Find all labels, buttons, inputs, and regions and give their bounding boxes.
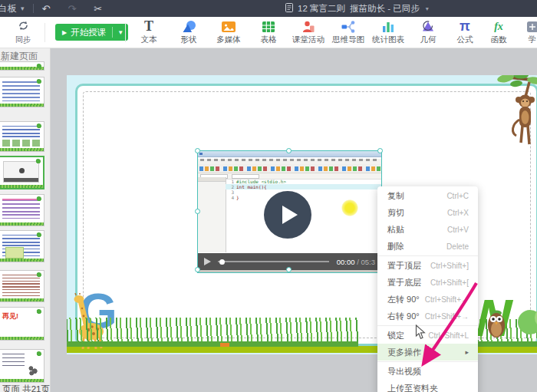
app-menu-caret-icon[interactable]: ▾ (21, 5, 25, 12)
context-menu-item-shortcut: Ctrl+V (447, 226, 469, 234)
mindmap-icon (328, 18, 368, 35)
decor-monkey (481, 75, 537, 150)
decor-owl (485, 305, 508, 339)
slide-thumbnail[interactable] (0, 156, 44, 189)
toolbar-tool-label: 多媒体 (209, 35, 249, 45)
function-icon: fx (482, 18, 516, 35)
video-progress-handle[interactable] (219, 259, 225, 265)
context-menu-item[interactable]: 置于顶层 Ctrl+Shift+] (377, 257, 478, 274)
slide-thumbnail-content: 再见! (2, 311, 40, 334)
start-class-dropdown-icon[interactable]: ▼ (117, 29, 124, 36)
toolbar-tool-label: 函数 (482, 35, 516, 45)
toolbar-tool[interactable]: π 公式 (448, 18, 482, 48)
selection-handle-bottom-left[interactable] (195, 267, 200, 272)
sync-button[interactable]: 同步 (5, 19, 41, 45)
chart-icon (368, 18, 408, 35)
play-icon: ▶ (62, 29, 67, 36)
context-menu-item[interactable]: 剪切 Ctrl+X (377, 204, 478, 221)
cut-icon[interactable]: ✂ (94, 4, 102, 14)
toolbar-tool[interactable]: T 文本 (129, 18, 169, 48)
selection-handle-top-right[interactable] (377, 148, 383, 153)
toolbar-tool-label: 形状 (169, 35, 209, 45)
titlebar-divider (33, 4, 34, 13)
toolbar-tool[interactable]: 几何 (408, 18, 448, 48)
app-window: 白板 ▾ ↶ ↷ ✂ 12 寓言二则 揠苗助长 - 已同步 ▾ 同步 ▶ 开始授… (0, 0, 537, 392)
context-menu-item[interactable]: 左转 90° Ctrl+Shift+← (377, 291, 478, 308)
play-triangle-icon (282, 206, 298, 224)
video-player[interactable]: 1 #include <stdio.h> 2 int main(){ 3 4 }… (198, 151, 381, 272)
media-icon (209, 18, 249, 35)
context-menu-item-shortcut: Delete (446, 242, 469, 251)
context-menu-item[interactable]: 置于底层 Ctrl+Shift+[ (377, 274, 478, 291)
slide-thumbnail[interactable] (0, 77, 44, 107)
document-label: 12 寓言二则 (298, 3, 345, 15)
toolbar-tool[interactable]: 形状 (169, 18, 209, 48)
main-toolbar: 同步 ▶ 开始授课 ▼ T 文本 形状 多媒体 表格 课堂活动 思维导图 统计图… (0, 17, 537, 48)
context-menu-item[interactable]: 右转 90° Ctrl+Shift+→ (377, 308, 478, 324)
video-play-icon[interactable] (204, 258, 211, 265)
slide-thumbnail[interactable] (0, 194, 44, 226)
sync-status-caret-icon[interactable]: ▾ (426, 5, 429, 12)
toolbar-tool[interactable]: 表格 (249, 18, 288, 48)
video-progress-bar[interactable] (218, 261, 329, 262)
context-menu-item-label: 删除 (387, 241, 404, 252)
slide-thumbnail[interactable] (0, 61, 44, 71)
context-menu-item[interactable]: 删除 Delete (377, 238, 478, 255)
selection-handle-top-left[interactable] (195, 148, 200, 153)
toolbar-tool[interactable]: 多媒体 (209, 18, 249, 48)
app-name[interactable]: 白板 (0, 2, 18, 15)
start-class-button[interactable]: ▶ 开始授课 ▼ (55, 24, 128, 41)
video-frame-ide-sidepanel (198, 177, 226, 252)
selection-handle-bottom-mid[interactable] (286, 267, 292, 272)
toolbar-tool[interactable]: fx 函数 (482, 18, 516, 48)
text-icon: T (129, 18, 169, 35)
slide-thumbnail[interactable] (0, 121, 44, 152)
video-play-button[interactable] (264, 191, 311, 239)
toolbar-tool-label: 表格 (249, 35, 288, 45)
context-menu-item-shortcut: Ctrl+Shift+[ (430, 278, 469, 287)
slide-thumbnail[interactable] (0, 349, 44, 383)
context-menu: 复制 Ctrl+C 剪切 Ctrl+X 粘贴 Ctrl+V 删除 Delete … (377, 186, 478, 392)
context-menu-item-label: 锁定 (387, 330, 404, 341)
slide-thumbnail[interactable]: 再见! (0, 307, 44, 341)
highlight-dot (341, 199, 358, 216)
slide-thumbnail-content (2, 199, 40, 220)
toolbar-tool-label: 学 (516, 35, 537, 45)
button-divider (112, 27, 113, 38)
slide-thumbnail-content (2, 235, 40, 256)
code-line: 3 (226, 189, 381, 195)
toolbar-tool-label: 思维导图 (328, 35, 368, 45)
code-line: 1 #include <stdio.h> (226, 179, 381, 184)
formula-icon: π (448, 18, 482, 35)
context-menu-item-label: 上传至资料夹 (387, 383, 438, 392)
slide-thumbnail[interactable] (0, 270, 44, 302)
undo-icon[interactable]: ↶ (42, 4, 51, 14)
shapes-icon (169, 18, 209, 35)
context-menu-item[interactable]: 锁定 Ctrl+Shift+L (377, 327, 478, 344)
toolbar-divider (125, 23, 126, 42)
context-menu-item[interactable]: 更多操作 ▸ (377, 344, 478, 361)
toolbar-tool[interactable]: 统计图表 (368, 18, 408, 48)
selection-handle-mid-left[interactable] (195, 209, 200, 214)
context-menu-item[interactable]: 上传至资料夹 (377, 380, 478, 392)
selection-handle-top-mid[interactable] (286, 148, 292, 153)
slide-thumbnail-content (3, 161, 39, 183)
sync-icon (5, 19, 41, 35)
context-menu-separator (377, 361, 478, 362)
toolbar-tool[interactable]: 学 (516, 18, 537, 48)
toolbar-tool[interactable]: 思维导图 (328, 18, 368, 48)
toolbar-tool[interactable]: 课堂活动 (288, 18, 328, 48)
context-menu-item[interactable]: 导出视频 (377, 363, 478, 380)
new-page-button[interactable]: 新建页面 (0, 48, 50, 63)
toolbar-divider (44, 23, 45, 42)
context-menu-item-shortcut: Ctrl+Shift+L (428, 331, 469, 340)
thumbnail-list: 再见! (0, 61, 50, 383)
context-menu-item-shortcut: Ctrl+Shift+← (425, 295, 469, 304)
slide-thumbnail-content (2, 81, 40, 101)
context-menu-item[interactable]: 复制 Ctrl+C (377, 187, 478, 204)
redo-icon[interactable]: ↷ (68, 4, 76, 14)
context-menu-item-label: 置于顶层 (387, 260, 421, 272)
context-menu-item[interactable]: 粘贴 Ctrl+V (377, 221, 478, 238)
document-icon (285, 3, 293, 14)
slide-thumbnail[interactable] (0, 230, 44, 262)
